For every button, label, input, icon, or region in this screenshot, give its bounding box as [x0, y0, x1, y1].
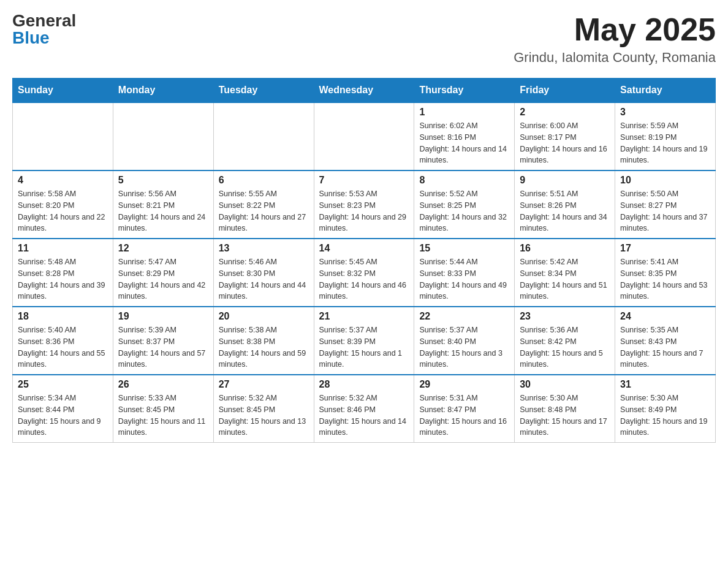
calendar-cell: 14Sunrise: 5:45 AMSunset: 8:32 PMDayligh…: [314, 239, 414, 307]
calendar-cell: 22Sunrise: 5:37 AMSunset: 8:40 PMDayligh…: [414, 307, 515, 375]
week-row-4: 18Sunrise: 5:40 AMSunset: 8:36 PMDayligh…: [13, 307, 716, 375]
calendar-cell: 18Sunrise: 5:40 AMSunset: 8:36 PMDayligh…: [13, 307, 113, 375]
day-number: 2: [520, 107, 610, 118]
calendar-cell: 10Sunrise: 5:50 AMSunset: 8:27 PMDayligh…: [615, 170, 716, 239]
day-info: Sunrise: 5:48 AMSunset: 8:28 PMDaylight:…: [18, 256, 108, 302]
calendar-cell: 2Sunrise: 6:00 AMSunset: 8:17 PMDaylight…: [515, 102, 615, 170]
weekday-header-tuesday: Tuesday: [213, 79, 314, 103]
calendar-cell: 17Sunrise: 5:41 AMSunset: 8:35 PMDayligh…: [615, 239, 716, 307]
calendar-cell: 16Sunrise: 5:42 AMSunset: 8:34 PMDayligh…: [515, 239, 615, 307]
day-info: Sunrise: 5:44 AMSunset: 8:33 PMDaylight:…: [419, 256, 509, 302]
day-number: 22: [419, 311, 509, 322]
day-info: Sunrise: 6:02 AMSunset: 8:16 PMDaylight:…: [419, 120, 509, 166]
day-number: 13: [219, 243, 309, 254]
day-info: Sunrise: 5:58 AMSunset: 8:20 PMDaylight:…: [18, 188, 108, 234]
week-row-2: 4Sunrise: 5:58 AMSunset: 8:20 PMDaylight…: [13, 170, 716, 239]
day-info: Sunrise: 5:37 AMSunset: 8:40 PMDaylight:…: [419, 324, 509, 370]
title-area: May 2025 Grindu, Ialomita County, Romani…: [514, 12, 716, 66]
day-number: 15: [419, 243, 509, 254]
logo-blue-text: Blue: [12, 29, 50, 47]
week-row-5: 25Sunrise: 5:34 AMSunset: 8:44 PMDayligh…: [13, 375, 716, 443]
day-info: Sunrise: 5:39 AMSunset: 8:37 PMDaylight:…: [118, 324, 208, 370]
weekday-header-sunday: Sunday: [13, 79, 113, 103]
day-info: Sunrise: 5:56 AMSunset: 8:21 PMDaylight:…: [118, 188, 208, 234]
day-number: 6: [219, 175, 309, 186]
day-number: 25: [18, 379, 108, 390]
day-info: Sunrise: 5:35 AMSunset: 8:43 PMDaylight:…: [620, 324, 710, 370]
calendar-cell: 11Sunrise: 5:48 AMSunset: 8:28 PMDayligh…: [13, 239, 113, 307]
calendar-cell: [314, 102, 414, 170]
day-info: Sunrise: 5:47 AMSunset: 8:29 PMDaylight:…: [118, 256, 208, 302]
week-row-1: 1Sunrise: 6:02 AMSunset: 8:16 PMDaylight…: [13, 102, 716, 170]
day-number: 17: [620, 243, 710, 254]
day-info: Sunrise: 5:30 AMSunset: 8:48 PMDaylight:…: [520, 393, 610, 439]
weekday-header-friday: Friday: [515, 79, 615, 103]
calendar-cell: 5Sunrise: 5:56 AMSunset: 8:21 PMDaylight…: [113, 170, 213, 239]
calendar-cell: 13Sunrise: 5:46 AMSunset: 8:30 PMDayligh…: [213, 239, 314, 307]
calendar-cell: 29Sunrise: 5:31 AMSunset: 8:47 PMDayligh…: [414, 375, 515, 443]
calendar-cell: 24Sunrise: 5:35 AMSunset: 8:43 PMDayligh…: [615, 307, 716, 375]
calendar-cell: 25Sunrise: 5:34 AMSunset: 8:44 PMDayligh…: [13, 375, 113, 443]
calendar-cell: 26Sunrise: 5:33 AMSunset: 8:45 PMDayligh…: [113, 375, 213, 443]
day-number: 10: [620, 175, 710, 186]
calendar-cell: 28Sunrise: 5:32 AMSunset: 8:46 PMDayligh…: [314, 375, 414, 443]
day-number: 20: [219, 311, 309, 322]
week-row-3: 11Sunrise: 5:48 AMSunset: 8:28 PMDayligh…: [13, 239, 716, 307]
day-number: 18: [18, 311, 108, 322]
calendar-cell: 12Sunrise: 5:47 AMSunset: 8:29 PMDayligh…: [113, 239, 213, 307]
day-number: 21: [319, 311, 409, 322]
day-info: Sunrise: 5:37 AMSunset: 8:39 PMDaylight:…: [319, 324, 409, 370]
calendar-cell: 3Sunrise: 5:59 AMSunset: 8:19 PMDaylight…: [615, 102, 716, 170]
calendar-cell: 23Sunrise: 5:36 AMSunset: 8:42 PMDayligh…: [515, 307, 615, 375]
calendar-cell: 7Sunrise: 5:53 AMSunset: 8:23 PMDaylight…: [314, 170, 414, 239]
day-number: 7: [319, 175, 409, 186]
day-number: 3: [620, 107, 710, 118]
day-number: 30: [520, 379, 610, 390]
day-number: 28: [319, 379, 409, 390]
day-info: Sunrise: 6:00 AMSunset: 8:17 PMDaylight:…: [520, 120, 610, 166]
day-info: Sunrise: 5:52 AMSunset: 8:25 PMDaylight:…: [419, 188, 509, 234]
logo: General Blue: [12, 12, 76, 47]
day-number: 24: [620, 311, 710, 322]
day-info: Sunrise: 5:51 AMSunset: 8:26 PMDaylight:…: [520, 188, 610, 234]
calendar-cell: 27Sunrise: 5:32 AMSunset: 8:45 PMDayligh…: [213, 375, 314, 443]
weekday-header-wednesday: Wednesday: [314, 79, 414, 103]
day-info: Sunrise: 5:42 AMSunset: 8:34 PMDaylight:…: [520, 256, 610, 302]
day-number: 27: [219, 379, 309, 390]
calendar-cell: [113, 102, 213, 170]
calendar-cell: 31Sunrise: 5:30 AMSunset: 8:49 PMDayligh…: [615, 375, 716, 443]
day-info: Sunrise: 5:55 AMSunset: 8:22 PMDaylight:…: [219, 188, 309, 234]
day-number: 9: [520, 175, 610, 186]
day-number: 4: [18, 175, 108, 186]
calendar-cell: 6Sunrise: 5:55 AMSunset: 8:22 PMDaylight…: [213, 170, 314, 239]
calendar-cell: [13, 102, 113, 170]
weekday-header-saturday: Saturday: [615, 79, 716, 103]
calendar-cell: 8Sunrise: 5:52 AMSunset: 8:25 PMDaylight…: [414, 170, 515, 239]
calendar-cell: 15Sunrise: 5:44 AMSunset: 8:33 PMDayligh…: [414, 239, 515, 307]
day-info: Sunrise: 5:53 AMSunset: 8:23 PMDaylight:…: [319, 188, 409, 234]
calendar-cell: 20Sunrise: 5:38 AMSunset: 8:38 PMDayligh…: [213, 307, 314, 375]
calendar-cell: 30Sunrise: 5:30 AMSunset: 8:48 PMDayligh…: [515, 375, 615, 443]
weekday-header-row: SundayMondayTuesdayWednesdayThursdayFrid…: [13, 79, 716, 103]
calendar-cell: 1Sunrise: 6:02 AMSunset: 8:16 PMDaylight…: [414, 102, 515, 170]
day-info: Sunrise: 5:32 AMSunset: 8:45 PMDaylight:…: [219, 393, 309, 439]
calendar-cell: 21Sunrise: 5:37 AMSunset: 8:39 PMDayligh…: [314, 307, 414, 375]
day-info: Sunrise: 5:45 AMSunset: 8:32 PMDaylight:…: [319, 256, 409, 302]
location-text: Grindu, Ialomita County, Romania: [514, 50, 716, 66]
day-number: 11: [18, 243, 108, 254]
day-info: Sunrise: 5:41 AMSunset: 8:35 PMDaylight:…: [620, 256, 710, 302]
day-number: 16: [520, 243, 610, 254]
day-number: 8: [419, 175, 509, 186]
day-number: 29: [419, 379, 509, 390]
weekday-header-thursday: Thursday: [414, 79, 515, 103]
day-info: Sunrise: 5:33 AMSunset: 8:45 PMDaylight:…: [118, 393, 208, 439]
calendar-cell: 4Sunrise: 5:58 AMSunset: 8:20 PMDaylight…: [13, 170, 113, 239]
day-info: Sunrise: 5:59 AMSunset: 8:19 PMDaylight:…: [620, 120, 710, 166]
day-info: Sunrise: 5:31 AMSunset: 8:47 PMDaylight:…: [419, 393, 509, 439]
day-info: Sunrise: 5:30 AMSunset: 8:49 PMDaylight:…: [620, 393, 710, 439]
day-info: Sunrise: 5:34 AMSunset: 8:44 PMDaylight:…: [18, 393, 108, 439]
day-info: Sunrise: 5:50 AMSunset: 8:27 PMDaylight:…: [620, 188, 710, 234]
day-info: Sunrise: 5:46 AMSunset: 8:30 PMDaylight:…: [219, 256, 309, 302]
calendar-cell: [213, 102, 314, 170]
weekday-header-monday: Monday: [113, 79, 213, 103]
